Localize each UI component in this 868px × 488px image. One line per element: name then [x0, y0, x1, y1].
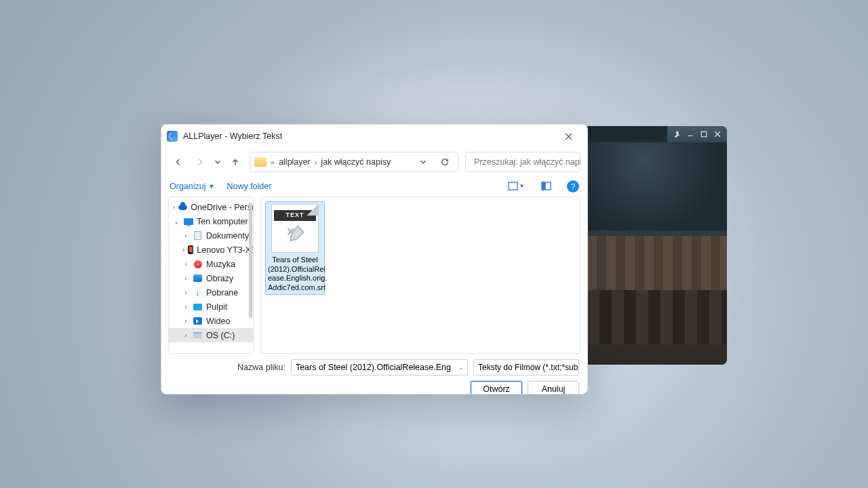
app-icon	[167, 131, 178, 142]
expand-icon[interactable]: ⌄	[173, 218, 180, 225]
history-dropdown[interactable]	[212, 152, 224, 172]
doc-icon	[193, 231, 203, 241]
expand-icon[interactable]: ›	[182, 303, 189, 310]
tree-item-label: Muzyka	[206, 260, 235, 269]
forward-button[interactable]	[190, 152, 210, 172]
dialog-titlebar: ALLPlayer - Wybierz Tekst	[161, 125, 587, 148]
file-open-dialog: ALLPlayer - Wybierz Tekst « allplayer › …	[161, 124, 588, 394]
video-icon	[193, 317, 203, 326]
breadcrumb-prefix: «	[271, 158, 275, 166]
help-button[interactable]: ?	[567, 180, 579, 192]
filename-field[interactable]: ⌄	[291, 359, 468, 375]
tree-item-label: Wideo	[206, 317, 230, 326]
chevron-right-icon: ›	[315, 158, 317, 166]
svg-rect-2	[509, 182, 517, 190]
pc-icon	[183, 217, 193, 226]
new-folder-button[interactable]: Nowy folder	[226, 182, 271, 191]
breadcrumb-segment-0[interactable]: allplayer	[279, 157, 311, 167]
drive-icon	[193, 331, 203, 340]
file-label-line-3: Addic7ed.com.srt	[268, 283, 322, 293]
folder-icon	[254, 157, 267, 167]
tree-item-label: Pulpit	[206, 302, 227, 312]
tree-item-drive[interactable]: ›OS (C:)	[169, 328, 253, 342]
tree-item-label: OS (C:)	[206, 331, 235, 340]
desktop-icon	[193, 302, 203, 312]
tree-item-doc[interactable]: ›Dokumenty	[169, 228, 253, 243]
view-mode-button[interactable]: ▼	[507, 179, 525, 194]
images-icon	[193, 274, 203, 283]
search-box[interactable]	[465, 152, 580, 172]
filename-label: Nazwa pliku:	[237, 363, 285, 372]
chevron-down-icon: ▼	[209, 183, 215, 190]
expand-icon[interactable]: ›	[182, 246, 184, 253]
tree-item-dl[interactable]: ›↓Pobrane	[169, 285, 253, 300]
file-label-line-0: Tears of Steel	[268, 256, 322, 265]
tree-scrollbar[interactable]	[249, 203, 252, 318]
open-button[interactable]: Otwórz	[471, 381, 522, 394]
tree-item-video[interactable]: ›Wideo	[169, 314, 253, 328]
tree-item-label: Ten komputer	[197, 217, 248, 226]
close-video-icon[interactable]	[712, 129, 723, 139]
filename-dropdown[interactable]: ⌄	[455, 364, 467, 371]
expand-icon[interactable]: ›	[182, 232, 189, 239]
file-label-line-2: ease.English.orig.	[268, 274, 322, 283]
nav-bar: « allplayer › jak włączyć napisy	[161, 148, 587, 176]
text-badge: TEXT	[274, 210, 316, 221]
cancel-button[interactable]: Anuluj	[528, 381, 579, 394]
up-button[interactable]	[225, 152, 245, 172]
file-thumbnail: TEXT	[271, 204, 319, 253]
pin-icon[interactable]	[671, 129, 682, 139]
dialog-footer: Nazwa pliku: ⌄ Teksty do Filmów (*.txt;*…	[161, 354, 587, 394]
breadcrumb-segment-1[interactable]: jak włączyć napisy	[321, 157, 391, 167]
dl-icon: ↓	[193, 288, 203, 298]
minimize-icon[interactable]	[685, 129, 696, 139]
tree-item-images[interactable]: ›Obrazy	[169, 271, 253, 285]
tree-item-label: Pobrane	[206, 288, 238, 298]
tree-item-label: Obrazy	[206, 274, 233, 283]
cloud-icon	[178, 203, 187, 212]
expand-icon[interactable]: ›	[182, 331, 189, 339]
file-list[interactable]: TEXT Tears of Steel (2012).OfficialRel e…	[260, 197, 580, 354]
tree-item-phone[interactable]: ›Lenovo YT3-X50	[169, 243, 253, 257]
breadcrumb-dropdown[interactable]	[414, 153, 432, 171]
folder-tree[interactable]: ›OneDrive - Person⌄Ten komputer›Dokument…	[168, 197, 254, 354]
svg-rect-4	[542, 182, 546, 190]
video-player-window	[587, 126, 727, 365]
file-label-line-1: (2012).OfficialRel	[268, 265, 322, 274]
breadcrumb[interactable]: « allplayer › jak włączyć napisy	[250, 152, 458, 172]
chevron-down-icon: ▼	[519, 183, 525, 189]
refresh-button[interactable]	[436, 153, 454, 171]
video-titlebar	[667, 126, 727, 142]
dialog-title: ALLPlayer - Wybierz Tekst	[183, 131, 282, 141]
file-item-selected[interactable]: TEXT Tears of Steel (2012).OfficialRel e…	[265, 201, 325, 295]
back-button[interactable]	[168, 152, 189, 172]
maximize-icon[interactable]	[698, 129, 709, 139]
tree-item-music[interactable]: ›♪Muzyka	[169, 257, 253, 271]
music-icon: ♪	[193, 260, 203, 269]
expand-icon[interactable]: ›	[182, 317, 189, 325]
filter-label: Teksty do Filmów (*.txt;*sub;*.srt	[478, 363, 579, 372]
close-dialog-button[interactable]	[556, 127, 580, 146]
subtitle-file-icon	[284, 224, 309, 245]
preview-pane-button[interactable]	[537, 179, 555, 194]
tree-item-label: Lenovo YT3-X50	[197, 245, 253, 255]
tree-item-pc[interactable]: ⌄Ten komputer	[169, 214, 253, 228]
svg-rect-0	[701, 131, 707, 137]
expand-icon[interactable]: ›	[182, 274, 189, 282]
search-input[interactable]	[474, 157, 580, 167]
expand-icon[interactable]: ›	[173, 203, 175, 211]
tree-item-cloud[interactable]: ›OneDrive - Person	[169, 200, 253, 214]
filter-dropdown[interactable]: Teksty do Filmów (*.txt;*sub;*.srt ⌄	[473, 359, 579, 375]
expand-icon[interactable]: ›	[182, 289, 189, 296]
tree-item-desktop[interactable]: ›Pulpit	[169, 300, 253, 314]
toolbar: Organizuj▼ Nowy folder ▼ ?	[161, 176, 587, 197]
phone-icon	[188, 245, 193, 255]
expand-icon[interactable]: ›	[182, 260, 189, 268]
filename-input[interactable]	[292, 363, 455, 372]
tree-item-label: OneDrive - Person	[191, 203, 253, 212]
organize-menu[interactable]: Organizuj▼	[170, 182, 214, 191]
tree-item-label: Dokumenty	[206, 231, 249, 241]
